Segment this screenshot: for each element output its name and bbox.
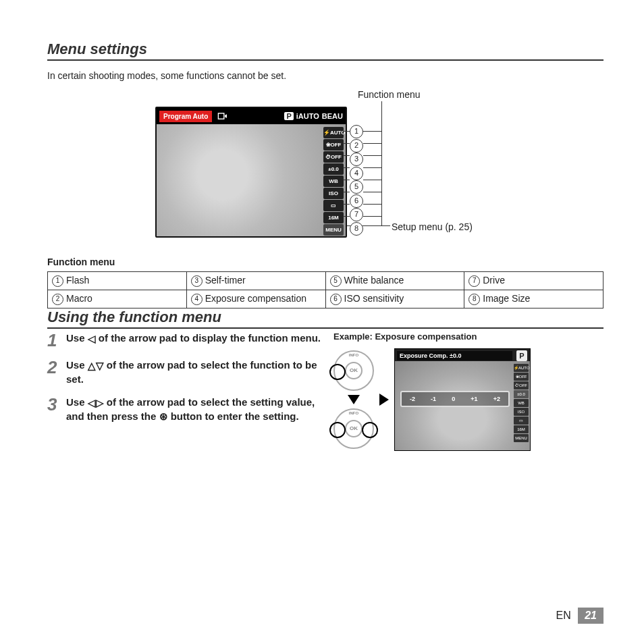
footer-lang: EN xyxy=(556,610,571,621)
callout-numbers: 1 2 3 4 5 6 7 8 xyxy=(350,125,363,236)
callout-6: 6 xyxy=(350,194,363,208)
step-3: 3 Use ◁▷ of the arrow pad to select the … xyxy=(47,396,324,423)
mini-title: Exposure Comp. ±0.0 xyxy=(397,351,512,360)
sample-photo xyxy=(157,124,346,236)
mini-lcd: Exposure Comp. ±0.0 P -2-10+1+2 ⚡AUTO❀OF… xyxy=(394,348,531,451)
step-1: 1 Use ◁ of the arrow pad to display the … xyxy=(47,331,324,349)
camera-mode-icon xyxy=(217,111,227,121)
label-function-menu: Function menu xyxy=(358,89,421,100)
camera-lcd: Program Auto P iAUTO BEAU ⚡AUTO ❀OFF ⏱OF… xyxy=(155,107,347,238)
icon-flash: ⚡AUTO xyxy=(323,127,344,138)
page-footer: EN 21 xyxy=(556,608,603,624)
section-title-menu-settings: Menu settings xyxy=(47,41,603,61)
example-column: Example: Exposure compensation INFO OK I… xyxy=(333,331,603,451)
triangle-up-down-icon: △▽ xyxy=(88,359,104,373)
intro-text: In certain shooting modes, some function… xyxy=(47,70,603,81)
icon-wb: WB AUTO xyxy=(323,176,344,187)
step-2: 2 Use △▽ of the arrow pad to select the … xyxy=(47,358,324,386)
pad-ok-label: OK xyxy=(345,362,363,379)
mini-mode-p: P xyxy=(516,350,527,361)
icon-exposure: ±0.0 xyxy=(323,163,344,175)
icon-menu: MENU xyxy=(323,224,344,236)
callout-5: 5 xyxy=(350,180,363,194)
pad-ok-label-2: OK xyxy=(345,420,363,437)
pad-info-label-2: INFO xyxy=(349,411,358,415)
ev-scale: -2-10+1+2 xyxy=(400,391,510,407)
callout-4: 4 xyxy=(350,167,363,180)
fn-table-heading: Function menu xyxy=(47,257,603,267)
arrow-right-icon xyxy=(379,394,389,406)
mini-side-icons: ⚡AUTO❀OFF⏱OFF±0.0WB AUTOISO AUTO▭16MMENU xyxy=(514,364,529,443)
arrow-pad-top: INFO OK xyxy=(333,350,374,391)
arrow-pad-bottom: INFO OK xyxy=(333,408,374,449)
label-setup-menu: Setup menu (p. 25) xyxy=(392,221,473,232)
function-menu-strip: ⚡AUTO ❀OFF ⏱OFF ±0.0 WB AUTO ISO AUTO ▭ … xyxy=(323,127,344,236)
mode-label: Program Auto xyxy=(159,111,212,122)
callout-1: 1 xyxy=(350,125,363,138)
arrow-down-icon xyxy=(348,395,360,404)
callout-3: 3 xyxy=(350,153,363,166)
triangle-left-right-icon: ◁▷ xyxy=(88,396,104,410)
section-title-using-function-menu: Using the function menu xyxy=(47,308,603,329)
mode-icons-row: P iAUTO BEAU xyxy=(227,112,346,120)
pad-info-label: INFO xyxy=(349,353,358,357)
focus-ring-left-icon xyxy=(329,364,346,380)
icon-selftimer: ⏱OFF xyxy=(323,151,344,163)
callout-7: 7 xyxy=(350,208,363,221)
function-menu-table: 1Flash 3Self-timer 5White balance 7Drive… xyxy=(47,271,603,308)
icon-size: 16M xyxy=(323,212,344,223)
svg-rect-0 xyxy=(219,113,224,119)
callout-8: 8 xyxy=(350,222,363,236)
icon-drive: ▭ xyxy=(323,200,344,211)
focus-ring-left-icon-2 xyxy=(329,422,346,438)
icon-iso: ISO AUTO xyxy=(323,188,344,199)
example-title: Example: Exposure compensation xyxy=(333,331,603,342)
icon-macro: ❀OFF xyxy=(323,139,344,151)
function-menu-diagram: Function menu Setup menu (p. 25) Program… xyxy=(47,93,603,248)
footer-page-number: 21 xyxy=(578,608,603,624)
callout-2: 2 xyxy=(350,139,363,153)
triangle-left-icon: ◁ xyxy=(88,332,96,346)
focus-ring-right-icon xyxy=(362,422,378,438)
steps-column: 1 Use ◁ of the arrow pad to display the … xyxy=(47,331,324,433)
